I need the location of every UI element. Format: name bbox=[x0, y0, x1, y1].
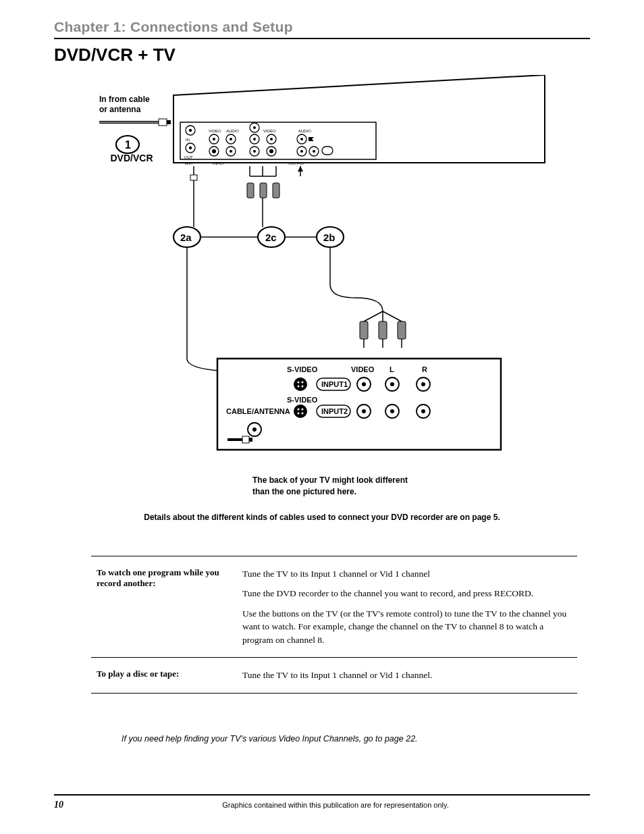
label-output-small: OUTPUT bbox=[288, 161, 305, 165]
section-title: DVD/VCR + TV bbox=[54, 45, 590, 66]
svg-point-65 bbox=[390, 382, 394, 386]
page-number: 10 bbox=[54, 800, 81, 810]
svg-point-60 bbox=[302, 386, 304, 388]
label-input-small: INPUT bbox=[213, 161, 225, 165]
label-audio-in: AUDIO bbox=[226, 129, 239, 133]
row1-p2: Tune the DVD recorder to the channel you… bbox=[242, 587, 572, 600]
svideo-header: S-VIDEO bbox=[287, 365, 318, 373]
connection-diagram: IN OUT ANT VIDEO AUDIO INPUT VIDEO AUDIO… bbox=[86, 75, 558, 467]
svg-rect-33 bbox=[167, 120, 171, 124]
step-2a-label: 2a bbox=[180, 232, 192, 243]
svg-rect-38 bbox=[247, 183, 254, 198]
label-audio-out: AUDIO bbox=[298, 129, 311, 133]
svg-point-6 bbox=[213, 138, 215, 140]
svg-rect-32 bbox=[159, 119, 167, 126]
svg-point-79 bbox=[421, 409, 425, 413]
svg-rect-36 bbox=[190, 175, 197, 180]
input2-label: INPUT2 bbox=[321, 407, 348, 415]
details-note: Details about the different kinds of cab… bbox=[54, 513, 590, 522]
svg-point-2 bbox=[189, 129, 192, 132]
cable-antenna-label: CABLE/ANTENNA bbox=[226, 407, 290, 415]
svg-point-59 bbox=[298, 386, 300, 388]
header-rule bbox=[54, 38, 590, 39]
svg-rect-51 bbox=[398, 321, 406, 339]
svg-point-4 bbox=[189, 147, 192, 149]
video-header: VIDEO bbox=[351, 365, 375, 373]
label-video-in: VIDEO bbox=[209, 129, 221, 133]
svg-point-20 bbox=[253, 150, 256, 153]
svg-rect-83 bbox=[242, 436, 249, 443]
label-in-from-cable-l2: or antenna bbox=[99, 105, 141, 114]
row1-p3: Use the buttons on the TV (or the TV's r… bbox=[242, 607, 572, 647]
svg-rect-39 bbox=[260, 183, 267, 198]
chapter-header: Chapter 1: Connections and Setup bbox=[54, 19, 590, 35]
input1-label: INPUT1 bbox=[321, 380, 348, 388]
row1-p1: Tune the TV to its Input 1 channel or Vi… bbox=[242, 567, 572, 581]
diagram-caption: The back of your TV might look different… bbox=[252, 475, 509, 498]
svg-point-68 bbox=[294, 405, 307, 418]
step-1-label: 1 bbox=[125, 139, 131, 151]
row2-head: To play a disc or tape: bbox=[91, 658, 237, 694]
svg-point-72 bbox=[302, 413, 304, 415]
footer-text: Graphics contained within this publicati… bbox=[81, 801, 590, 809]
svg-point-16 bbox=[253, 138, 256, 140]
svg-rect-50 bbox=[379, 321, 387, 339]
svg-point-22 bbox=[269, 149, 273, 153]
r-header: R bbox=[422, 365, 427, 373]
svg-point-71 bbox=[298, 413, 300, 415]
plug-group-bottom bbox=[360, 321, 406, 348]
instructions-table: To watch one program while you record an… bbox=[91, 556, 577, 694]
help-note: If you need help finding your TV's vario… bbox=[122, 734, 590, 744]
label-in-from-cable-l1: In from cable bbox=[99, 95, 150, 104]
label-out-small: OUT bbox=[184, 155, 193, 159]
svg-point-58 bbox=[302, 382, 304, 384]
svg-point-81 bbox=[252, 427, 257, 432]
l-header: L bbox=[390, 365, 394, 373]
caption-line1: The back of your TV might look different bbox=[252, 475, 408, 485]
svg-point-57 bbox=[298, 382, 300, 384]
svg-point-63 bbox=[362, 382, 366, 386]
svg-point-70 bbox=[302, 409, 304, 411]
svg-point-75 bbox=[362, 409, 366, 413]
row1-head-l1: To watch one program while you bbox=[97, 567, 219, 577]
svg-rect-40 bbox=[273, 183, 279, 198]
page: Chapter 1: Connections and Setup DVD/VCR… bbox=[0, 0, 644, 834]
svideo-label2: S-VIDEO bbox=[287, 396, 318, 404]
caption-line2: than the one pictured here. bbox=[252, 487, 356, 496]
row1-head-l2: record another: bbox=[97, 578, 155, 588]
dvdvcr-label: DVD/VCR bbox=[110, 153, 153, 163]
svg-rect-49 bbox=[360, 321, 368, 339]
svg-point-12 bbox=[230, 150, 232, 153]
svg-point-24 bbox=[300, 138, 303, 140]
svg-point-14 bbox=[253, 126, 256, 129]
svg-rect-84 bbox=[249, 438, 252, 442]
label-ant: ANT bbox=[185, 161, 193, 165]
step-2b-label: 2b bbox=[323, 232, 336, 243]
label-video-mid: VIDEO bbox=[263, 129, 276, 133]
svg-point-69 bbox=[298, 409, 300, 411]
row2-body: Tune the TV to its Input 1 channel or Vi… bbox=[242, 669, 572, 682]
svg-point-77 bbox=[390, 409, 394, 413]
page-footer: 10 Graphics contained within this public… bbox=[54, 794, 590, 810]
svg-point-18 bbox=[270, 138, 273, 140]
step-2c-label: 2c bbox=[265, 232, 277, 243]
svg-point-10 bbox=[212, 149, 216, 153]
svg-point-56 bbox=[294, 377, 307, 391]
svg-point-26 bbox=[300, 150, 303, 153]
svg-point-28 bbox=[313, 150, 315, 153]
svg-point-67 bbox=[421, 382, 425, 386]
label-in-small: IN bbox=[186, 138, 190, 142]
svg-point-8 bbox=[230, 138, 232, 140]
plug-group-top bbox=[247, 183, 279, 198]
